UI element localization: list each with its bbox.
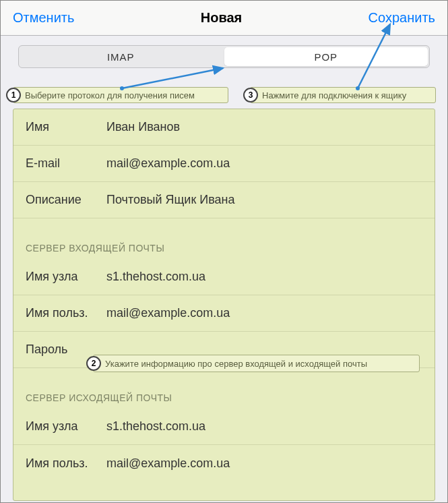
- value-description[interactable]: Почтовый Ящик Ивана: [106, 193, 422, 207]
- row-outgoing-host[interactable]: Имя узла s1.thehost.com.ua: [13, 409, 435, 445]
- value-incoming-user[interactable]: mail@example.com.ua: [106, 306, 422, 320]
- segment-pop[interactable]: POP: [224, 47, 428, 66]
- value-name[interactable]: Иван Иванов: [106, 120, 422, 134]
- segment-imap[interactable]: IMAP: [19, 46, 223, 67]
- callout-1: 1 Выберите протокол для получения писем: [13, 87, 228, 103]
- section-header-outgoing: СЕРВЕР ИСХОДЯЩЕЙ ПОЧТЫ: [13, 368, 435, 409]
- callout-2-number: 2: [86, 356, 101, 371]
- row-email[interactable]: E-mail mail@example.com.ua: [13, 146, 435, 182]
- protocol-segmented-control[interactable]: IMAP POP: [18, 45, 430, 68]
- label-incoming-host: Имя узла: [26, 270, 106, 284]
- callout-1-number: 1: [6, 88, 21, 102]
- row-outgoing-user[interactable]: Имя польз. mail@example.com.ua: [13, 445, 435, 481]
- callout-1-text: Выберите протокол для получения писем: [25, 90, 195, 100]
- callout-3-number: 3: [243, 88, 258, 102]
- value-incoming-host[interactable]: s1.thehost.com.ua: [106, 270, 422, 284]
- label-name: Имя: [26, 120, 106, 134]
- row-description[interactable]: Описание Почтовый Ящик Ивана: [13, 182, 435, 218]
- value-email[interactable]: mail@example.com.ua: [106, 156, 422, 171]
- callout-3: 3 Нажмите для подключения к ящику: [250, 87, 436, 103]
- callout-2: 2 Укажите информацию про сервер входящей…: [93, 355, 420, 372]
- value-outgoing-user[interactable]: mail@example.com.ua: [106, 456, 422, 471]
- label-incoming-user: Имя польз.: [26, 306, 106, 320]
- row-incoming-host[interactable]: Имя узла s1.thehost.com.ua: [13, 259, 435, 295]
- row-name[interactable]: Имя Иван Иванов: [13, 109, 435, 146]
- cancel-button[interactable]: Отменить: [13, 10, 74, 26]
- navbar-title: Новая: [201, 10, 242, 26]
- label-outgoing-host: Имя узла: [26, 419, 106, 434]
- callout-3-text: Нажмите для подключения к ящику: [262, 90, 406, 100]
- label-description: Описание: [26, 193, 106, 207]
- protocol-segment-wrap: IMAP POP: [1, 36, 447, 75]
- save-button[interactable]: Сохранить: [369, 10, 435, 26]
- label-email: E-mail: [26, 156, 106, 171]
- settings-panel: Имя Иван Иванов E-mail mail@example.com.…: [13, 109, 435, 501]
- row-incoming-user[interactable]: Имя польз. mail@example.com.ua: [13, 295, 435, 332]
- callout-2-text: Укажите информацию про сервер входящей и…: [105, 359, 367, 369]
- value-outgoing-host[interactable]: s1.thehost.com.ua: [106, 419, 422, 434]
- label-outgoing-user: Имя польз.: [26, 456, 106, 471]
- navbar: Отменить Новая Сохранить: [1, 1, 447, 36]
- section-header-incoming: СЕРВЕР ВХОДЯЩЕЙ ПОЧТЫ: [13, 218, 435, 259]
